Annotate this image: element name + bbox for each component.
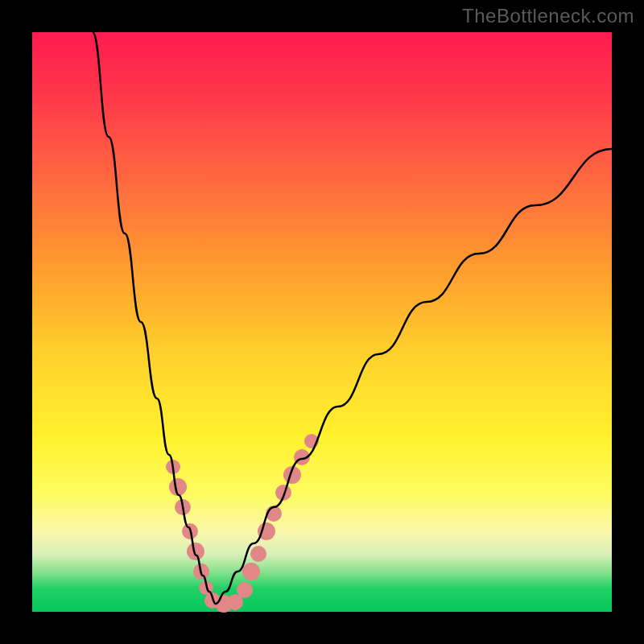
left-curve — [93, 32, 216, 604]
highlight-bead — [242, 563, 260, 580]
highlight-bead — [237, 582, 253, 598]
highlight-bead — [187, 543, 204, 560]
right-curve — [216, 149, 612, 604]
watermark-text: TheBottleneck.com — [462, 5, 634, 27]
chart-frame: TheBottleneck.com — [0, 0, 644, 644]
plot-area — [32, 32, 612, 612]
highlight-bead — [250, 546, 266, 562]
marker-group — [166, 434, 319, 613]
curve-svg — [32, 32, 612, 612]
